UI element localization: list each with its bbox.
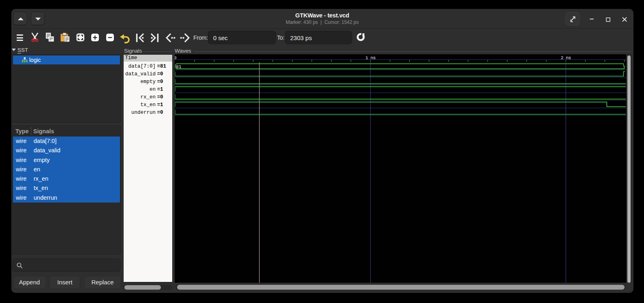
svg-text:81: 81 (176, 64, 182, 69)
